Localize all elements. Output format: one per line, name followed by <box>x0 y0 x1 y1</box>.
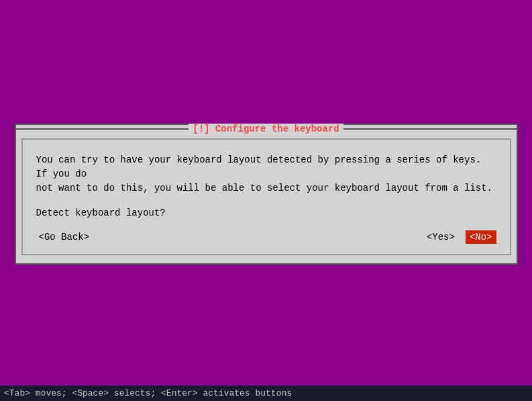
go-back-button[interactable]: <Go Back> <box>36 230 93 244</box>
dialog-message: You can try to have your keyboard layout… <box>36 153 496 195</box>
dialog-window: [!] Configure the keyboard You can try t… <box>15 124 518 265</box>
yes-button[interactable]: <Yes> <box>424 230 458 244</box>
dialog-message-line2: not want to do this, you will be able to… <box>36 183 493 193</box>
title-line-right <box>343 128 517 130</box>
dialog-body: You can try to have your keyboard layout… <box>21 138 511 255</box>
status-bar: <Tab> moves; <Space> selects; <Enter> ac… <box>0 386 532 401</box>
dialog-buttons: <Go Back> <Yes> <No> <box>36 230 496 244</box>
status-bar-text: <Tab> moves; <Space> selects; <Enter> ac… <box>4 388 292 398</box>
dialog-question: Detect keyboard layout? <box>36 208 496 218</box>
dialog-title-bar: [!] Configure the keyboard <box>16 124 517 134</box>
right-buttons: <Yes> <No> <box>424 230 496 244</box>
dialog-title: [!] Configure the keyboard <box>189 124 343 134</box>
no-button[interactable]: <No> <box>466 230 496 244</box>
title-line-left <box>16 128 189 130</box>
dialog-message-line1: You can try to have your keyboard layout… <box>36 154 482 179</box>
